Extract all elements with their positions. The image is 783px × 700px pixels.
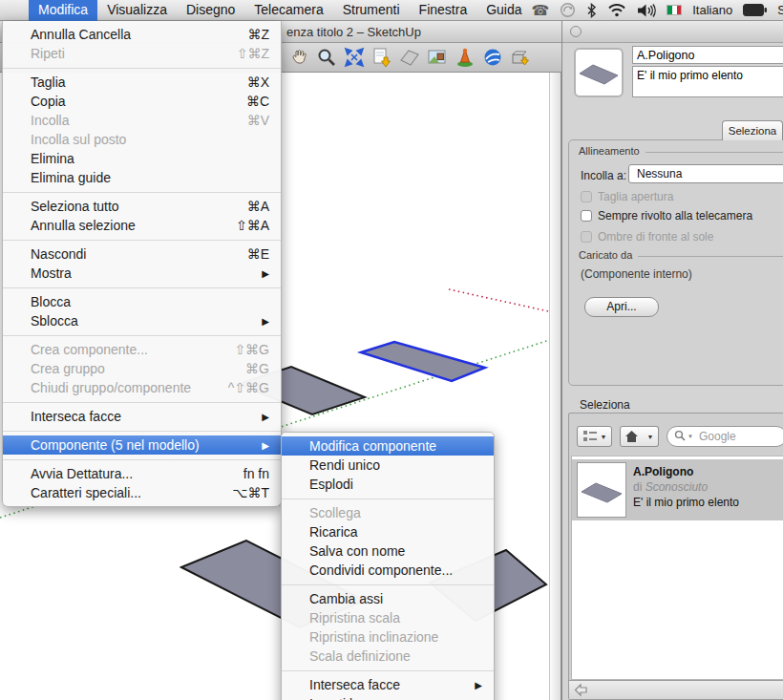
menu-item-nascondi[interactable]: Nascondi⌘E — [3, 244, 281, 264]
list-item-thumbnail — [577, 462, 626, 518]
menu-separator — [3, 287, 281, 288]
menu-item-copia[interactable]: Copia⌘C — [3, 92, 281, 111]
menubar-item-disegno[interactable]: Disegno — [177, 0, 244, 21]
list-item-author: di Sconosciuto — [633, 479, 739, 495]
menu-item-modifica-componente[interactable]: Modifica componente — [282, 436, 494, 456]
language-label[interactable]: Italiano — [692, 3, 732, 17]
pan-tool-icon[interactable] — [288, 47, 309, 68]
menu-item-ricarica[interactable]: Ricarica — [282, 522, 494, 541]
menu-item-componente-5-nel-modello[interactable]: Componente (5 nel modello)▶ — [3, 435, 281, 455]
list-item-name: A.Poligono — [633, 464, 739, 479]
search-field-wrap: ▼ — [667, 426, 783, 447]
wifi-icon[interactable] — [607, 3, 626, 17]
menu-item-label: Caratteri speciali... — [31, 485, 232, 500]
component-list-item-selected[interactable]: A.Poligono di Sconosciuto E' il mio prim… — [572, 459, 783, 520]
menu-separator — [3, 192, 281, 193]
menubar-item-finestra[interactable]: Finestra — [410, 0, 477, 21]
get-models-icon[interactable] — [371, 47, 392, 68]
component-list[interactable]: A.Poligono di Sconosciuto E' il mio prim… — [571, 456, 783, 680]
menu-item-seleziona-tutto[interactable]: Seleziona tutto⌘A — [3, 197, 281, 216]
component-description-field[interactable]: E' il mio primo elento — [632, 66, 783, 97]
menu-item-rendi-unico[interactable]: Rendi unico — [282, 456, 494, 475]
face-style-icon[interactable] — [399, 47, 420, 68]
menu-item-label: Componente (5 nel modello) — [31, 437, 254, 453]
zoom-tool-icon[interactable] — [316, 47, 337, 68]
menu-item-ripeti: Ripeti⇧⌘Z — [3, 44, 281, 63]
menu-separator — [3, 68, 281, 69]
menu-item-condividi-componente[interactable]: Condividi componente... — [282, 561, 494, 580]
checkbox-sempre-rivolto[interactable]: Sempre rivolto alla telecamera — [581, 209, 752, 223]
menu-item-scollega: Scollega — [282, 503, 494, 522]
menu-item-scala-definizione: Scala definizione — [282, 647, 494, 666]
share-model-icon[interactable] — [510, 47, 531, 68]
menu-item-blocca[interactable]: Blocca — [3, 292, 281, 311]
menu-item-label: Scollega — [309, 505, 482, 520]
view-options-button[interactable]: ▼ — [577, 426, 612, 447]
search-scope[interactable]: ▼ — [674, 430, 693, 442]
flag-italy-icon[interactable] — [667, 5, 682, 15]
zoom-extents-icon[interactable] — [344, 47, 365, 68]
component-name-field[interactable] — [632, 46, 783, 64]
sync-icon[interactable] — [560, 2, 576, 18]
back-arrow-icon[interactable] — [574, 683, 589, 697]
menu-separator — [282, 584, 494, 585]
menubar-item-guida[interactable]: Guida — [476, 0, 531, 21]
menubar-status: ☎ Italiano — [532, 0, 783, 21]
menu-item-sblocca[interactable]: Sblocca▶ — [3, 311, 281, 330]
menu-item-chiudi-gruppo-componente: Chiudi gruppo/componente^⇧⌘G — [3, 378, 281, 397]
menu-item-shortcut: ⇧⌘A — [236, 218, 269, 233]
checkbox-icon[interactable] — [581, 210, 592, 222]
menu-item-mostra[interactable]: Mostra▶ — [3, 264, 281, 283]
component-browser: ▼ ▼ ▼ — [568, 413, 783, 700]
menu-item-annulla-cancella[interactable]: Annulla Cancella⌘Z — [3, 25, 281, 44]
menu-item-avvia-dettatura[interactable]: Avvia Dettatura...fn fn — [3, 464, 281, 483]
menubar-item-telecamera[interactable]: Telecamera — [244, 0, 332, 21]
battery-icon[interactable] — [743, 4, 767, 16]
menu-item-annulla-selezione[interactable]: Annulla selezione⇧⌘A — [3, 216, 281, 235]
open-button[interactable]: Apri... — [584, 297, 659, 317]
bluetooth-icon[interactable] — [586, 3, 597, 18]
photo-texture-icon[interactable] — [427, 47, 448, 68]
menubar-item-strumenti[interactable]: Strumenti — [333, 0, 410, 21]
menu-item-label: Elimina — [31, 151, 269, 166]
model-figure-icon[interactable] — [455, 47, 476, 68]
close-icon[interactable] — [570, 26, 582, 37]
menu-item-elimina-guide[interactable]: Elimina guide — [3, 168, 281, 187]
glue-to-label: Incolla a: — [581, 169, 626, 182]
menu-item-label: Cambia assi — [309, 591, 482, 606]
menu-item-taglia[interactable]: Taglia⌘X — [3, 73, 281, 92]
select-section-label: Seleziona — [580, 398, 630, 412]
menu-item-shortcut: ⇧⌘G — [234, 342, 269, 357]
phone-icon[interactable]: ☎ — [532, 0, 550, 21]
selected-component-face[interactable] — [361, 342, 485, 381]
menu-separator — [3, 402, 281, 403]
menu-item-shortcut: ⇧⌘Z — [237, 46, 269, 61]
menu-item-shortcut: ^⇧⌘G — [228, 380, 269, 395]
tab-seleziona[interactable]: Seleziona — [722, 120, 783, 140]
glue-to-dropdown[interactable]: Nessuna — [628, 164, 783, 183]
menu-item-interseca-facce[interactable]: Interseca facce▶ — [3, 407, 281, 426]
menu-item-esplodi[interactable]: Esplodi — [282, 475, 494, 494]
window-title: enza titolo 2 – SketchUp — [286, 25, 421, 39]
menu-item-label: Chiudi gruppo/componente — [31, 380, 228, 395]
menu-item-label: Esplodi — [309, 477, 482, 492]
menu-item-salva-con-nome[interactable]: Salva con nome — [282, 541, 494, 561]
edit-menu: Annulla Cancella⌘ZRipeti⇧⌘ZTaglia⌘XCopia… — [2, 21, 282, 507]
google-earth-icon[interactable] — [482, 47, 503, 68]
menu-item-shortcut: ⌘A — [247, 199, 269, 214]
menu-item-elimina[interactable]: Elimina — [3, 149, 281, 168]
home-menu-button[interactable]: ▼ — [643, 426, 659, 447]
menu-item-label: Condividi componente... — [309, 562, 482, 578]
volume-icon[interactable] — [637, 3, 656, 18]
panel-titlebar[interactable] — [562, 21, 783, 43]
menubar-item-modifica[interactable]: Modifica — [29, 0, 97, 21]
checkbox-icon — [581, 231, 592, 243]
menu-item-cambia-assi[interactable]: Cambia assi — [282, 589, 494, 608]
menu-item-inverti-lungo-asse[interactable]: Inverti lungo asse▶ — [282, 694, 494, 700]
menubar-item-visualizza[interactable]: Visualizza — [97, 0, 177, 21]
menu-item-label: Crea gruppo — [31, 361, 245, 376]
menu-item-caratteri-speciali[interactable]: Caratteri speciali...⌥⌘T — [3, 483, 281, 502]
canvas-scrollbar[interactable] — [549, 73, 561, 700]
menu-item-interseca-facce[interactable]: Interseca facce▶ — [282, 675, 494, 694]
home-button[interactable] — [620, 426, 644, 447]
